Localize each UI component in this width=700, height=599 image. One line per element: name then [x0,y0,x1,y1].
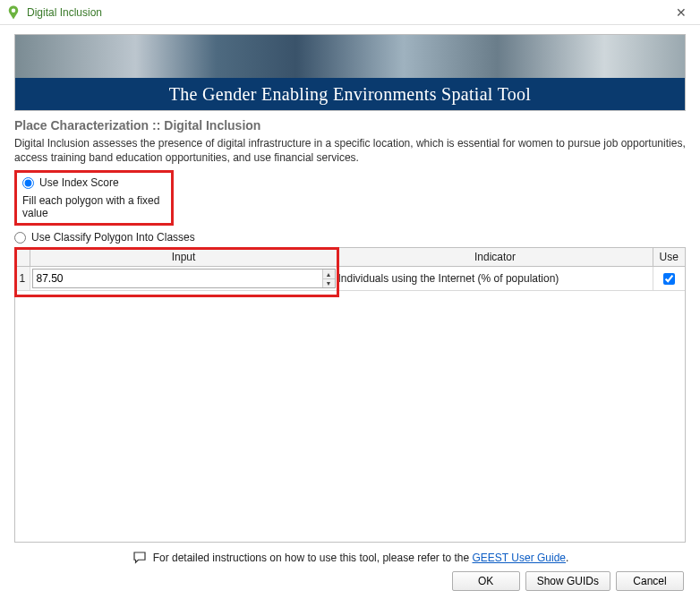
help-suffix: . [566,552,568,564]
section-description: Digital Inclusion assesses the presence … [14,136,686,165]
radio-use-index-score[interactable]: Use Index Score [22,176,166,189]
show-guids-button[interactable]: Show GUIDs [525,571,610,591]
highlight-index-score: Use Index Score Fill each polygon with a… [14,170,174,226]
section-heading: Place Characterization :: Digital Inclus… [14,118,686,133]
table-header-rownum [15,248,30,267]
radio-classify-polygon[interactable]: Use Classify Polygon Into Classes [14,231,686,244]
app-icon [5,4,21,21]
help-link[interactable]: GEEST User Guide [473,552,566,564]
footer-help: For detailed instructions on how to use … [14,550,686,566]
ok-button[interactable]: OK [452,571,520,591]
table-header-row: Input Indicator Use [15,248,685,267]
radio-use-index-score-input[interactable] [22,177,34,189]
spin-up-icon[interactable]: ▲ [323,270,335,279]
use-cell [653,267,685,291]
table-header-use: Use [653,248,685,267]
radio-classify-polygon-input[interactable] [14,232,26,244]
table-header-input: Input [30,248,337,267]
input-cell: ▲ ▼ [30,267,337,291]
dialog-content: The Gender Enabling Environments Spatial… [0,25,700,595]
spin-buttons: ▲ ▼ [322,270,335,287]
banner: The Gender Enabling Environments Spatial… [14,34,686,111]
input-spinbox[interactable]: ▲ ▼ [32,269,336,288]
table-header-indicator: Indicator [337,248,653,267]
radio-use-index-score-label: Use Index Score [39,176,119,189]
help-prefix: For detailed instructions on how to use … [153,552,473,564]
radio-classify-polygon-label: Use Classify Polygon Into Classes [31,231,195,244]
titlebar: Digital Inclusion ✕ [0,0,700,25]
svg-point-0 [12,8,16,13]
spin-down-icon[interactable]: ▼ [323,279,335,288]
input-value[interactable] [33,270,322,287]
banner-title: The Gender Enabling Environments Spatial… [15,78,685,110]
close-icon[interactable]: ✕ [668,0,695,25]
row-number: 1 [15,267,30,291]
indicator-cell: Individuals using the Internet (% of pop… [337,267,653,291]
chat-icon [132,550,148,566]
cancel-button[interactable]: Cancel [616,571,684,591]
radio-use-index-score-sublabel: Fill each polygon with a fixed value [22,194,166,219]
button-row: OK Show GUIDs Cancel [14,571,686,591]
help-text: For detailed instructions on how to use … [153,552,569,564]
indicator-table: Input Indicator Use 1 ▲ ▼ [15,248,685,291]
indicator-table-wrap: Input Indicator Use 1 ▲ ▼ [14,247,686,543]
window-title: Digital Inclusion [27,6,668,19]
use-checkbox[interactable] [663,273,675,285]
table-row: 1 ▲ ▼ Individuals using the Internet (% … [15,267,685,291]
